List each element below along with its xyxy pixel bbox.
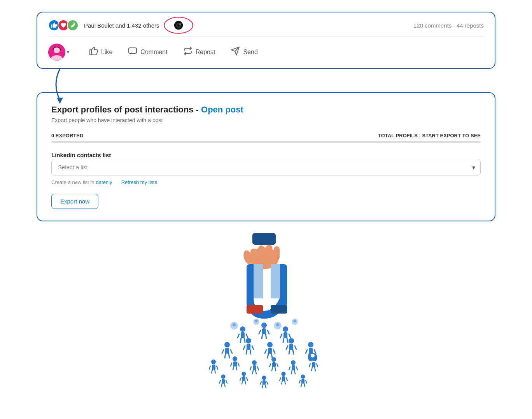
svg-point-59 bbox=[289, 338, 294, 344]
svg-rect-21 bbox=[247, 305, 263, 314]
svg-point-119 bbox=[262, 376, 266, 380]
svg-line-97 bbox=[289, 367, 290, 370]
repost-icon bbox=[183, 46, 192, 58]
svg-rect-102 bbox=[312, 362, 315, 367]
svg-line-94 bbox=[275, 367, 276, 371]
repost-label: Repost bbox=[196, 49, 215, 56]
svg-point-142 bbox=[311, 354, 315, 358]
svg-line-127 bbox=[280, 378, 281, 380]
post-stats-row: Paul Boulet and 1,432 others 120 comment… bbox=[48, 19, 484, 37]
svg-line-98 bbox=[296, 367, 298, 370]
svg-line-45 bbox=[225, 354, 226, 358]
figure-group-2 bbox=[259, 323, 269, 338]
svg-line-38 bbox=[289, 334, 290, 338]
svg-line-123 bbox=[262, 385, 263, 388]
svg-rect-15 bbox=[274, 246, 280, 260]
svg-line-99 bbox=[291, 370, 292, 374]
refresh-lists-link[interactable]: Refresh my lists bbox=[121, 179, 157, 185]
svg-rect-24 bbox=[241, 332, 245, 338]
svg-line-79 bbox=[231, 363, 232, 366]
svg-rect-60 bbox=[289, 344, 293, 350]
svg-line-85 bbox=[250, 367, 251, 370]
select-wrapper[interactable]: Select a list ▾ bbox=[51, 159, 481, 175]
svg-line-55 bbox=[265, 350, 266, 353]
svg-rect-78 bbox=[233, 361, 237, 366]
svg-line-37 bbox=[280, 334, 282, 338]
svg-line-92 bbox=[277, 364, 278, 367]
svg-line-136 bbox=[304, 384, 305, 387]
svg-line-27 bbox=[240, 338, 241, 342]
repost-button[interactable]: Repost bbox=[175, 43, 223, 61]
svg-line-93 bbox=[272, 367, 273, 371]
helper-separator bbox=[115, 179, 118, 185]
export-card: Export profiles of post interactions - O… bbox=[37, 92, 495, 221]
curved-arrow bbox=[48, 65, 95, 104]
svg-line-86 bbox=[257, 367, 259, 370]
svg-line-44 bbox=[231, 350, 232, 353]
comment-button[interactable]: Comment bbox=[120, 43, 175, 61]
svg-point-137 bbox=[233, 323, 236, 326]
svg-point-23 bbox=[240, 326, 245, 332]
svg-rect-13 bbox=[258, 245, 264, 260]
svg-rect-66 bbox=[309, 348, 313, 354]
svg-rect-7 bbox=[129, 48, 136, 53]
arrow-connector-area bbox=[37, 69, 495, 104]
svg-point-71 bbox=[211, 359, 216, 364]
export-now-button[interactable]: Export now bbox=[51, 194, 98, 209]
svg-line-40 bbox=[287, 338, 288, 342]
send-label: Send bbox=[243, 49, 257, 56]
svg-line-50 bbox=[252, 346, 254, 349]
svg-line-58 bbox=[271, 354, 272, 358]
illustration-area bbox=[37, 229, 495, 393]
svg-line-104 bbox=[317, 364, 318, 367]
svg-line-128 bbox=[286, 378, 287, 380]
comment-label: Comment bbox=[140, 49, 167, 56]
open-post-link[interactable]: Open post bbox=[201, 105, 243, 114]
avatar-button[interactable]: ▾ bbox=[48, 44, 69, 61]
send-button[interactable]: Send bbox=[223, 43, 265, 61]
progress-bar-track bbox=[51, 141, 481, 143]
svg-point-89 bbox=[271, 357, 276, 362]
export-title: Export profiles of post interactions - O… bbox=[51, 105, 481, 115]
svg-line-51 bbox=[246, 350, 247, 354]
svg-point-131 bbox=[301, 375, 305, 379]
svg-line-34 bbox=[266, 334, 266, 338]
svg-line-43 bbox=[222, 350, 224, 353]
svg-line-110 bbox=[226, 380, 227, 383]
like-button[interactable]: Like bbox=[81, 43, 120, 61]
actions-row: ▾ Like Comment bbox=[48, 37, 484, 61]
svg-line-25 bbox=[238, 334, 239, 338]
avatar bbox=[48, 44, 65, 61]
svg-marker-9 bbox=[57, 98, 63, 104]
svg-line-74 bbox=[217, 366, 218, 369]
reaction-icons bbox=[48, 19, 79, 31]
svg-point-125 bbox=[282, 372, 286, 376]
svg-line-52 bbox=[250, 350, 251, 354]
svg-point-29 bbox=[261, 323, 267, 328]
svg-line-133 bbox=[299, 380, 300, 383]
svg-line-57 bbox=[268, 354, 268, 358]
svg-line-64 bbox=[293, 350, 294, 354]
svg-line-129 bbox=[282, 381, 282, 384]
contacts-list-select[interactable]: Select a list bbox=[51, 159, 481, 175]
svg-rect-108 bbox=[222, 379, 225, 384]
like-label: Like bbox=[101, 49, 112, 56]
svg-line-28 bbox=[244, 338, 245, 342]
svg-line-61 bbox=[286, 346, 288, 349]
svg-rect-20 bbox=[271, 264, 280, 298]
svg-line-121 bbox=[260, 382, 261, 384]
svg-line-91 bbox=[270, 364, 271, 367]
post-interaction-card: Paul Boulet and 1,432 others 120 comment… bbox=[37, 12, 495, 69]
svg-rect-19 bbox=[254, 264, 263, 298]
eye-annotation bbox=[163, 16, 194, 35]
svg-rect-22 bbox=[271, 305, 287, 314]
progress-header: 0 EXPORTED TOTAL PROFILS : START EXPORT … bbox=[51, 133, 481, 138]
svg-line-88 bbox=[256, 370, 256, 374]
svg-line-112 bbox=[224, 384, 225, 387]
svg-point-35 bbox=[283, 326, 288, 332]
svg-line-135 bbox=[301, 384, 302, 387]
datenly-link[interactable]: datenly bbox=[96, 179, 112, 185]
svg-point-47 bbox=[246, 338, 251, 344]
svg-rect-42 bbox=[225, 348, 229, 354]
svg-point-138 bbox=[255, 320, 258, 323]
